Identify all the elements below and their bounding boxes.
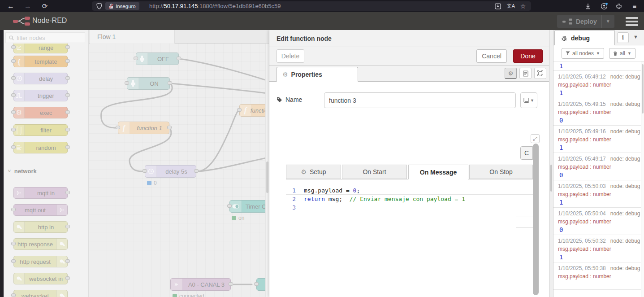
debug-value: 0 [558,171,636,179]
name-input[interactable] [324,92,516,108]
debug-scrollbar[interactable] [641,61,644,297]
browser-menu-icon[interactable]: ≡ [630,0,640,12]
deploy-split [601,15,602,28]
code-tab-label: On Stop [489,168,512,175]
url-text: http://50.17.91.145:1880/#flow/5e1db891e… [149,3,281,9]
dialog-tabrow: ⚙ Properties ⚙ [269,66,549,82]
code-token: // Enviar mensaje con payload = 1 [350,196,465,202]
expand-editor-icon[interactable]: ⤢ [531,134,540,143]
selection-frame-icon [537,70,543,76]
code-line[interactable]: 2return msg; // Enviar mensaje con paylo… [286,195,534,203]
debug-message: 1/10/2025, 05:50:38node: debug 1msg.payl… [553,262,641,290]
debug-sidebar: debug i ▼ all nodes ▼ all ▼ 11/10/2025, … [553,30,644,297]
debug-property: msg.payload : number [558,109,636,115]
deploy-button[interactable]: Deploy ▼ [557,15,614,28]
editor-shade-overlay [0,30,269,297]
edit-dialog: Edit function node Delete Cancel Done ⚙ … [269,30,549,297]
debug-timestamp: 1/10/2025, 05:50:03 [558,183,606,189]
code-tab-on-stop[interactable]: On Stop [469,165,533,179]
debug-node-name: node: debug 1 [610,101,641,107]
debug-message-partial: 1 [553,61,641,71]
debug-tabbar: debug i ▼ [553,30,644,45]
debug-timestamp: 1/10/2025, 05:50:04 [558,210,606,217]
reload-icon[interactable]: ⟳ [39,0,50,12]
save-page-icon[interactable] [494,0,502,12]
edit-properties-icon-button[interactable]: ⚙ [505,68,517,79]
line-number: 2 [286,195,304,203]
code-line[interactable]: 3 [286,203,534,212]
delete-button[interactable]: Delete [277,49,304,63]
debug-message: 1/10/2025, 05:49:16node: debug 1msg.payl… [553,126,641,153]
debug-value: 1 [558,89,636,96]
description-icon-button[interactable] [519,68,532,79]
debug-timestamp: 1/10/2025, 05:49:15 [558,101,606,107]
browser-toolbar: ← → ⟳ Inseguro http://50.17.91.145:1880/… [0,0,644,12]
code-tab-on-start[interactable]: On Start [342,165,407,179]
debug-value: 0 [558,117,636,124]
url-bar[interactable]: Inseguro http://50.17.91.145:1880/#flow/… [92,1,531,11]
cancel-button[interactable]: Cancel [476,49,507,63]
caret-down-icon: ▼ [627,51,631,56]
trash-icon [613,51,618,56]
debug-message: 1/10/2025, 05:50:32node: debug 1msg.payl… [553,235,641,262]
gear-icon: ⚙ [301,168,307,175]
app-title: Node-RED [32,17,67,25]
sidebar-separator[interactable] [549,30,553,297]
code-tabs: ⚙SetupOn StartOn MessageOn Stop [286,165,534,179]
tag-icon [277,97,282,103]
deploy-caret-icon[interactable]: ▼ [606,19,610,24]
tray-scrollbar[interactable] [533,144,539,295]
code-token: msg.payload [304,187,346,194]
debug-node-name: node: debug 1 [610,210,641,217]
bookmark-star-icon[interactable]: ☆ [519,0,527,12]
gear-icon: ⚙ [282,71,288,78]
debug-property: msg.payload : number [558,136,636,143]
downloads-icon[interactable] [583,0,592,12]
editor-overlay-button[interactable]: C [520,146,533,160]
debug-filter-button[interactable]: all nodes ▼ [562,48,604,59]
broken-lock-icon [109,4,113,9]
debug-message: 1/10/2025, 05:50:03node: debug 1msg.payl… [553,180,641,208]
dialog-title: Edit function node [269,30,549,47]
bug-icon [561,35,567,41]
translate-icon[interactable]: 文A [506,0,515,12]
forward-icon[interactable]: → [22,0,33,12]
done-button[interactable]: Done [513,49,543,63]
document-icon [523,70,528,77]
tab-debug[interactable]: debug [554,30,615,45]
code-token: = [346,187,353,194]
debug-clear-button[interactable]: all ▼ [609,48,635,59]
account-icon[interactable] [599,0,609,12]
extensions-icon[interactable] [614,0,623,12]
code-line[interactable]: 1msg.payload = 0; [286,186,534,195]
dialog-buttonbar: Delete Cancel Done [269,47,549,66]
debug-message-list[interactable]: 11/10/2025, 05:49:12node: debug 1msg.pay… [553,61,641,297]
debug-value: 1 [558,144,636,151]
info-button[interactable]: i [617,32,629,43]
shield-icon[interactable] [95,0,103,12]
debug-timestamp: 1/10/2025, 05:49:16 [558,128,606,135]
hidden-panel-edge [516,217,533,217]
debug-message: 1/10/2025, 05:50:04node: debug 1msg.payl… [553,208,641,235]
main-menu-icon[interactable] [624,16,640,27]
debug-timestamp: 1/10/2025, 05:49:12 [558,74,606,80]
window-edge [0,30,4,297]
code-editor[interactable]: 1msg.payload = 0;2return msg; // Enviar … [286,183,534,297]
debug-node-name: node: debug 1 [610,128,641,135]
back-icon[interactable]: ← [5,0,16,12]
library-button[interactable]: ▼ [520,92,537,108]
code-tab-setup[interactable]: ⚙Setup [286,165,341,179]
tab-properties[interactable]: ⚙ Properties [277,67,358,82]
debug-node-name: node: debug 1 [610,183,641,189]
debug-node-name: node: debug 1 [610,265,641,271]
debug-timestamp: 1/10/2025, 05:50:32 [558,238,606,244]
debug-node-name: node: debug 1 [610,74,641,80]
debug-node-name: node: debug 1 [610,238,641,244]
sidebar-caret-icon[interactable]: ▼ [633,34,638,39]
insecure-badge[interactable]: Inseguro [105,2,139,10]
debug-value: 1 [558,253,636,261]
code-tab-label: On Start [363,168,386,175]
debug-property: msg.payload : number [558,191,636,197]
code-tab-on-message[interactable]: On Message [408,165,468,179]
appearance-icon-button[interactable] [534,68,546,79]
